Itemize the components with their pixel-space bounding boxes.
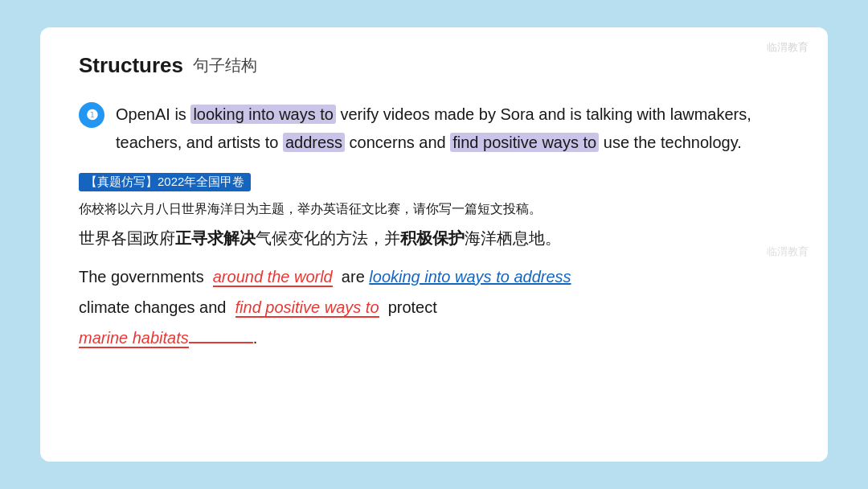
fill-marine-habitats: marine habitats: [79, 329, 189, 348]
section-subtitle: 句子结构: [193, 55, 257, 76]
number-badge-1: ❶: [79, 102, 104, 128]
answer-line-2: climate changes and find positive ways t…: [79, 292, 789, 323]
highlight-looking: looking into ways to: [190, 105, 336, 124]
sentence-block-1: ❶ OpenAI is looking into ways to verify …: [79, 101, 789, 157]
practice-block: 【真题仿写】2022年全国甲卷 你校将以六月八日世界海洋日为主题，举办英语征文比…: [79, 173, 789, 353]
bold-jijibaohu: 积极保护: [400, 229, 465, 247]
bold-zhengxiuqiu: 正寻求解决: [175, 229, 256, 247]
answer-line-3: marine habitats.: [79, 323, 789, 353]
fill-around-the-world: around the world: [213, 268, 333, 287]
practice-prompt: 你校将以六月八日世界海洋日为主题，举办英语征文比赛，请你写一篇短文投稿。: [79, 201, 789, 218]
practice-tag: 【真题仿写】2022年全国甲卷: [79, 173, 251, 191]
watermark-top: 临渭教育: [767, 40, 809, 55]
section-header: Structures 句子结构: [79, 53, 789, 78]
fill-find-positive: find positive ways to: [235, 298, 379, 318]
chinese-sentence: 世界各国政府正寻求解决气候变化的方法，并积极保护海洋栖息地。: [79, 224, 789, 252]
watermark-mid: 临渭教育: [767, 244, 809, 259]
section-title: Structures: [79, 53, 183, 78]
highlight-find: find positive ways to: [450, 133, 599, 152]
main-card: 临渭教育 临渭教育 Structures 句子结构 ❶ OpenAI is lo…: [40, 27, 828, 462]
sentence-row-1: ❶ OpenAI is looking into ways to verify …: [79, 101, 789, 157]
sentence-text-1: OpenAI is looking into ways to verify vi…: [116, 101, 789, 157]
period: .: [253, 329, 258, 347]
fill-looking-into-ways: looking into ways to address: [369, 268, 571, 286]
answer-line-1: The governments around the world are loo…: [79, 261, 789, 292]
highlight-address: address: [283, 133, 345, 152]
blank-underline: [189, 342, 253, 343]
